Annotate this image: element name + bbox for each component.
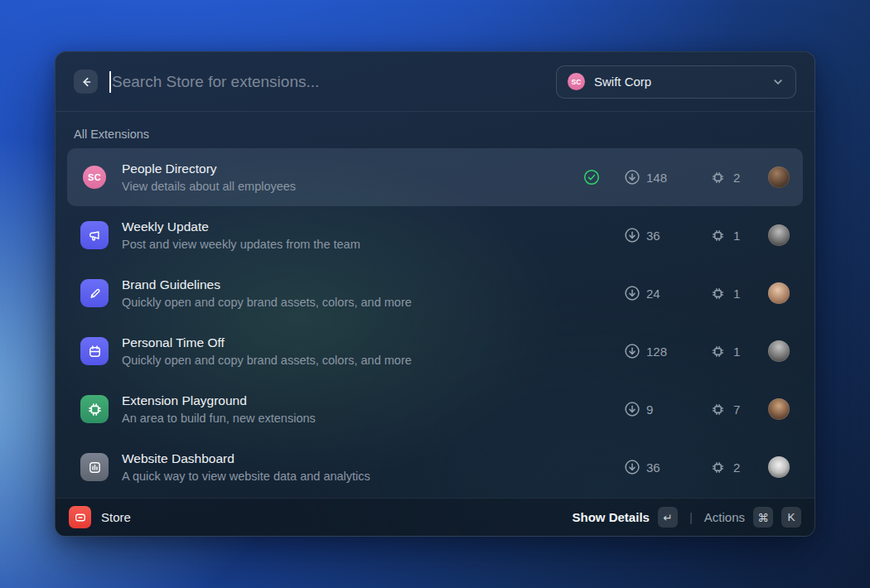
commands-stat: 2	[710, 460, 765, 475]
extension-title: Personal Time Off	[122, 335, 412, 350]
extension-title: Weekly Update	[122, 219, 360, 234]
downloads-stat: 128	[624, 343, 710, 359]
author-avatar	[768, 398, 790, 420]
arrow-left-icon	[80, 75, 93, 89]
download-icon	[624, 285, 640, 301]
footer-bar: Store Show Details ↵ | Actions ⌘ K	[56, 498, 814, 536]
extension-subtitle: Quickly open and copy brand assets, colo…	[122, 354, 412, 367]
commands-count: 7	[733, 402, 740, 417]
show-details-button[interactable]: Show Details	[573, 510, 650, 524]
command-palette-window: SC Swift Corp All Extensions SC People D…	[55, 51, 815, 537]
list-item-brand-guidelines[interactable]: Brand Guidelines Quickly open and copy b…	[67, 264, 803, 322]
list-item-personal-time-off[interactable]: Personal Time Off Quickly open and copy …	[67, 322, 803, 380]
author-slot	[765, 456, 790, 478]
row-meta: 128 1	[582, 340, 790, 362]
downloads-count: 24	[646, 287, 660, 301]
desktop-background: { "search": { "placeholder": "Search Sto…	[0, 0, 870, 588]
commands-count: 1	[733, 345, 740, 359]
account-name: Swift Corp	[594, 75, 762, 89]
downloads-count: 128	[646, 345, 667, 359]
commands-count: 2	[733, 171, 740, 185]
back-button[interactable]	[74, 70, 98, 94]
cmd-keycap: ⌘	[753, 507, 773, 528]
author-avatar	[768, 166, 790, 188]
commands-stat: 2	[710, 170, 765, 186]
list-item-people-directory[interactable]: SC People Directory View details about a…	[67, 148, 803, 206]
commands-chip-icon	[710, 286, 726, 301]
extension-list: SC People Directory View details about a…	[56, 148, 814, 498]
megaphone-icon	[80, 221, 109, 249]
account-avatar: SC	[568, 73, 585, 90]
extension-subtitle: An area to build fun, new extensions	[122, 412, 316, 425]
downloads-stat: 148	[624, 169, 710, 186]
calendar-icon	[80, 337, 109, 365]
list-item-extension-playground[interactable]: Extension Playground An area to build fu…	[67, 380, 803, 438]
author-slot	[765, 340, 790, 362]
list-item-weekly-update[interactable]: Weekly Update Post and view weekly updat…	[67, 206, 803, 264]
enter-keycap: ↵	[658, 507, 678, 528]
row-text: Website Dashboard A quick way to view we…	[122, 451, 370, 483]
row-text: Personal Time Off Quickly open and copy …	[122, 335, 412, 367]
search-bar: SC Swift Corp	[56, 52, 814, 112]
author-slot	[765, 282, 790, 304]
commands-chip-icon	[710, 344, 726, 359]
row-meta: 36 1	[582, 224, 790, 246]
extension-subtitle: Quickly open and copy brand assets, colo…	[122, 296, 412, 309]
row-meta: 148 2	[582, 166, 790, 188]
extension-title: Website Dashboard	[122, 451, 370, 466]
extension-title: People Directory	[122, 161, 296, 176]
author-avatar	[768, 456, 790, 478]
row-text: People Directory View details about all …	[122, 161, 296, 193]
actions-button[interactable]: Actions	[704, 510, 745, 524]
footer-app-label: Store	[101, 510, 131, 524]
text-cursor	[109, 71, 111, 93]
footer-divider: |	[689, 510, 693, 524]
chevron-down-icon	[771, 75, 785, 89]
search-input[interactable]	[112, 73, 556, 91]
row-text: Weekly Update Post and view weekly updat…	[122, 219, 360, 251]
download-icon	[624, 343, 640, 359]
author-avatar	[768, 282, 790, 304]
row-text: Brand Guidelines Quickly open and copy b…	[122, 277, 412, 309]
verified-slot	[582, 168, 624, 186]
store-app-icon	[69, 506, 91, 528]
row-meta: 24 1	[582, 282, 790, 304]
downloads-count: 36	[646, 460, 660, 475]
commands-count: 2	[733, 460, 740, 475]
author-slot	[765, 224, 790, 246]
commands-chip-icon	[710, 228, 726, 243]
download-icon	[624, 169, 640, 186]
row-meta: 36 2	[582, 456, 790, 478]
downloads-stat: 24	[624, 285, 710, 301]
author-avatar	[768, 224, 790, 246]
author-slot	[765, 166, 790, 188]
downloads-stat: 36	[624, 459, 710, 475]
extension-title: Extension Playground	[122, 393, 316, 408]
downloads-count: 148	[646, 171, 667, 185]
extension-subtitle: View details about all employees	[122, 180, 296, 193]
pen-icon	[80, 279, 109, 307]
commands-count: 1	[733, 229, 740, 243]
downloads-stat: 36	[624, 227, 710, 243]
commands-chip-icon	[710, 170, 726, 186]
author-avatar	[768, 340, 790, 362]
account-dropdown[interactable]: SC Swift Corp	[556, 65, 796, 99]
people-directory-icon: SC	[83, 166, 106, 189]
verified-check-icon	[582, 168, 601, 186]
commands-stat: 1	[710, 228, 765, 243]
bar-chart-icon	[80, 453, 109, 481]
commands-chip-icon	[710, 460, 726, 475]
download-icon	[624, 227, 640, 243]
extension-title: Brand Guidelines	[122, 277, 412, 292]
list-item-website-dashboard[interactable]: Website Dashboard A quick way to view we…	[67, 438, 803, 496]
footer-actions: Show Details ↵ | Actions ⌘ K	[573, 507, 801, 528]
section-label: All Extensions	[56, 112, 814, 148]
commands-chip-icon	[710, 402, 726, 417]
chip-icon	[80, 395, 109, 423]
commands-stat: 1	[710, 286, 765, 301]
commands-stat: 7	[710, 402, 765, 417]
row-text: Extension Playground An area to build fu…	[122, 393, 316, 425]
download-icon	[624, 401, 640, 417]
downloads-stat: 9	[624, 401, 710, 417]
downloads-count: 9	[646, 402, 653, 417]
